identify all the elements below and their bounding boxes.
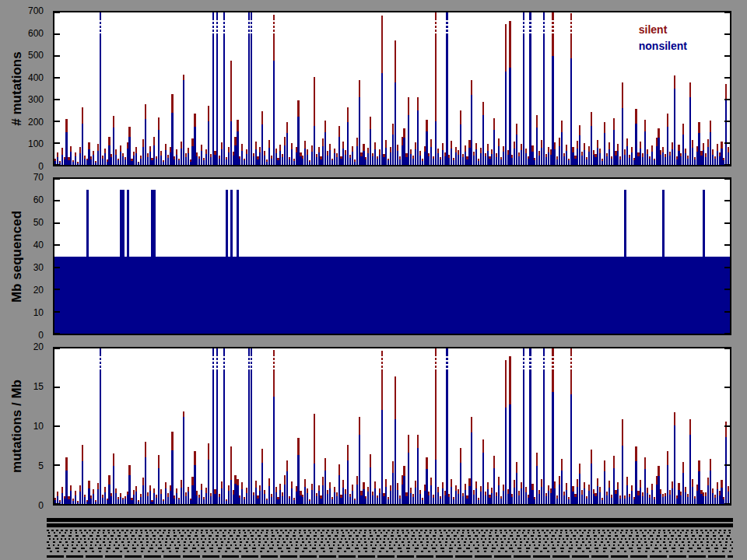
bar-sample [541, 12, 542, 165]
bar-sample [559, 348, 560, 504]
bar-sample [68, 12, 69, 165]
bar-sample [163, 348, 164, 504]
plot-area-mb-sequenced [53, 177, 731, 335]
bar-sample [586, 348, 587, 504]
bar-sample [579, 12, 580, 165]
bar-sample [588, 348, 590, 504]
bar-sample [388, 348, 389, 504]
bar-sample [297, 12, 299, 165]
bar-sample [412, 12, 414, 165]
bar-sample [485, 12, 486, 165]
bar-sample [279, 348, 281, 504]
bar-sample [302, 348, 303, 504]
bar-sample [717, 12, 718, 165]
bar-sample [340, 348, 342, 504]
bar-sample [216, 12, 218, 165]
bar-sample [171, 348, 173, 504]
bar-sample [503, 12, 504, 165]
bar-sample [390, 348, 391, 504]
legend: silent nonsilent [639, 22, 687, 54]
bar-sample [327, 12, 328, 165]
truncation-dashes [273, 356, 275, 371]
bar-sample [104, 348, 106, 504]
bar-sample [601, 348, 603, 504]
bar-sample [619, 348, 621, 504]
bar-sample [158, 348, 160, 504]
bar-sample [613, 348, 615, 504]
bar-sample [354, 12, 356, 165]
bar-sample [437, 348, 439, 504]
bar-sample [721, 12, 722, 165]
bar-sample [233, 12, 234, 165]
truncation-dashes [251, 356, 252, 371]
truncation-dashes [212, 20, 214, 35]
bar-sample [95, 12, 96, 165]
truncation-dashes [248, 20, 250, 35]
y-tick-mark [724, 33, 730, 35]
bar-sample [347, 348, 349, 504]
bar-sample [448, 348, 450, 504]
bar-sample [570, 348, 572, 504]
y-tick-labels: 0100200300400500600700 [0, 11, 48, 166]
y-tick-label: 200 [28, 117, 44, 128]
bar-sample [523, 348, 524, 504]
bar-sample [72, 348, 74, 504]
bar-sample [489, 348, 490, 504]
y-tick-label: 30 [33, 262, 44, 273]
bar-sample [505, 12, 507, 165]
bar-sample [703, 348, 704, 504]
bar-sample [435, 12, 437, 165]
bar-sample [345, 348, 346, 504]
bar-sample [191, 12, 193, 165]
bar-sample [349, 348, 351, 504]
bar-sample [246, 348, 247, 504]
bar-sample [345, 12, 346, 165]
bar-sample [635, 348, 637, 504]
y-tick-mark [724, 387, 730, 388]
bar-sample [241, 348, 243, 504]
bar-sample [138, 12, 139, 165]
y-tick-mark [724, 333, 730, 334]
y-tick-label: 400 [28, 72, 44, 83]
bar-sample [468, 348, 470, 504]
bar-sample [185, 12, 187, 165]
bar-sample [219, 348, 220, 504]
bar-sample [176, 12, 177, 165]
bar-sample [672, 348, 673, 504]
bar-sample [584, 12, 585, 165]
bar-sample [453, 12, 454, 165]
bar-sample [68, 348, 69, 504]
bar-sample [149, 348, 151, 504]
bar-sample [365, 348, 366, 504]
bar-sample [352, 12, 353, 165]
bar-sample [122, 348, 124, 504]
bar-sample [234, 348, 236, 504]
bar-sample [622, 12, 623, 165]
bar-sample [72, 12, 74, 165]
bar-sample [700, 12, 702, 165]
bar-sample [289, 348, 290, 504]
truncation-dashes [523, 20, 524, 35]
bar-sample [82, 12, 83, 165]
bar-sample [291, 12, 293, 165]
y-tick-label: 0 [38, 330, 44, 341]
bar-sample [205, 348, 207, 504]
bar-sample [259, 12, 261, 165]
bar-sample [611, 12, 612, 165]
bar-sample [721, 348, 722, 504]
bar-sample [548, 348, 549, 504]
bar-sample [291, 348, 293, 504]
bar-sample [687, 348, 689, 504]
bar-sample [377, 12, 378, 165]
bar-sample [194, 348, 195, 504]
y-tick-mark [724, 348, 730, 349]
bar-sample [349, 12, 351, 165]
bar-sample [608, 348, 610, 504]
bar-sample [599, 12, 601, 165]
bar-sample [142, 12, 144, 165]
bar-sample [516, 348, 517, 504]
bar-sample [440, 12, 441, 165]
bar-sample [669, 348, 671, 504]
bar-sample [228, 12, 230, 165]
bars-container [54, 348, 730, 504]
